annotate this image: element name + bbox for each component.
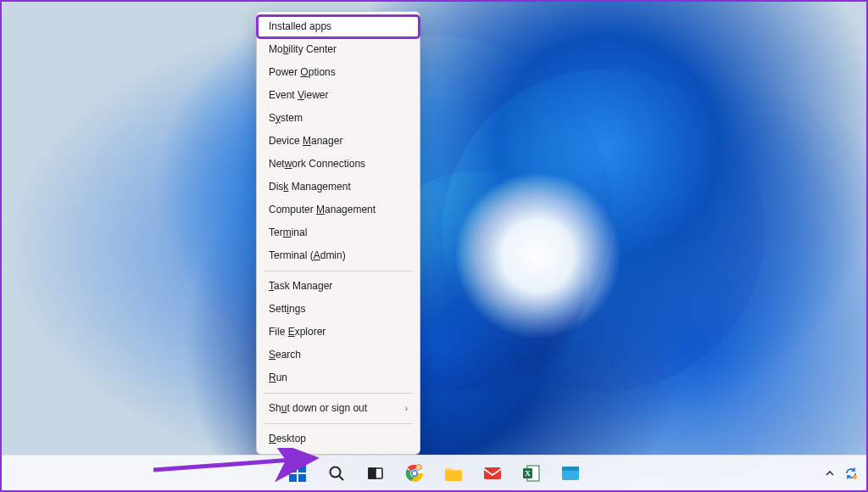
menu-item-terminal[interactable]: Terminal [257, 221, 420, 244]
chrome-icon [405, 464, 424, 483]
menu-item-run[interactable]: Run [257, 366, 420, 389]
svg-rect-2 [289, 474, 297, 482]
chevron-right-icon: › [405, 401, 408, 416]
menu-separator [264, 271, 413, 271]
window-app[interactable] [554, 457, 587, 489]
menu-item-label: Mobility Center [269, 42, 337, 57]
svg-point-11 [416, 464, 422, 470]
menu-item-label: Terminal (Admin) [269, 249, 346, 263]
menu-item-label: Disk Management [269, 180, 351, 194]
tray-chevron[interactable] [824, 467, 836, 479]
svg-point-4 [331, 467, 341, 477]
svg-rect-7 [369, 468, 376, 478]
excel-icon: X [522, 464, 541, 483]
menu-item-search[interactable]: Search [257, 344, 420, 366]
chrome-app[interactable] [398, 457, 431, 489]
menu-item-label: Search [269, 348, 301, 362]
svg-rect-17 [562, 467, 579, 471]
start-context-menu: Installed appsMobility CenterPower Optio… [256, 11, 420, 455]
svg-rect-3 [298, 474, 306, 482]
explorer-app[interactable] [437, 457, 470, 489]
svg-rect-1 [298, 465, 306, 472]
menu-item-label: File Explorer [269, 325, 326, 339]
menu-item-label: Device Manager [269, 134, 342, 148]
menu-item-task-manager[interactable]: Task Manager [257, 275, 420, 298]
start-button[interactable] [281, 457, 314, 489]
menu-item-label: Settings [269, 302, 305, 316]
menu-item-file-explorer[interactable]: File Explorer [257, 321, 420, 344]
desktop-wallpaper [2, 2, 866, 490]
svg-point-18 [853, 475, 857, 479]
search-icon [328, 465, 345, 482]
menu-item-label: Power Options [269, 65, 336, 80]
taskbar: X [2, 455, 866, 490]
folder-icon [444, 465, 463, 482]
menu-item-label: Shut down or sign out [269, 401, 367, 416]
menu-item-label: Network Connections [269, 157, 365, 171]
menu-item-label: Terminal [269, 226, 307, 240]
menu-item-installed-apps[interactable]: Installed apps [257, 15, 420, 38]
menu-separator [264, 393, 413, 394]
menu-item-power-options[interactable]: Power Options [257, 61, 420, 84]
search-button[interactable] [320, 457, 353, 489]
menu-item-event-viewer[interactable]: Event Viewer [257, 84, 420, 107]
menu-item-label: Event Viewer [269, 88, 329, 103]
mail-app[interactable] [476, 457, 509, 489]
menu-item-computer-management[interactable]: Computer Management [257, 198, 420, 221]
menu-item-settings[interactable]: Settings [257, 298, 420, 321]
menu-item-label: Run [269, 371, 287, 385]
svg-rect-0 [289, 465, 297, 472]
menu-item-desktop[interactable]: Desktop [257, 428, 420, 450]
svg-text:X: X [525, 469, 531, 478]
menu-separator [264, 423, 413, 424]
window-icon [561, 466, 580, 481]
menu-item-mobility-center[interactable]: Mobility Center [257, 38, 420, 61]
menu-item-disk-management[interactable]: Disk Management [257, 176, 420, 198]
menu-item-label: Computer Management [269, 203, 376, 217]
tray-sync[interactable] [844, 467, 858, 480]
excel-app[interactable]: X [515, 457, 548, 489]
menu-item-device-manager[interactable]: Device Manager [257, 130, 420, 153]
svg-point-10 [413, 471, 417, 475]
taskview-button[interactable] [359, 457, 392, 489]
mail-icon [483, 465, 502, 482]
menu-item-label: Task Manager [269, 279, 332, 294]
taskview-icon [367, 465, 384, 482]
svg-line-5 [339, 476, 343, 480]
menu-item-shut-down-or-sign-out[interactable]: Shut down or sign out› [257, 397, 420, 420]
menu-item-network-connections[interactable]: Network Connections [257, 153, 420, 176]
menu-item-terminal-admin[interactable]: Terminal (Admin) [257, 244, 420, 267]
menu-item-label: System [269, 111, 303, 126]
svg-rect-12 [484, 467, 501, 479]
menu-item-label: Installed apps [269, 20, 331, 34]
start-icon [288, 464, 307, 483]
menu-item-system[interactable]: System [257, 107, 420, 130]
menu-item-label: Desktop [269, 432, 306, 446]
